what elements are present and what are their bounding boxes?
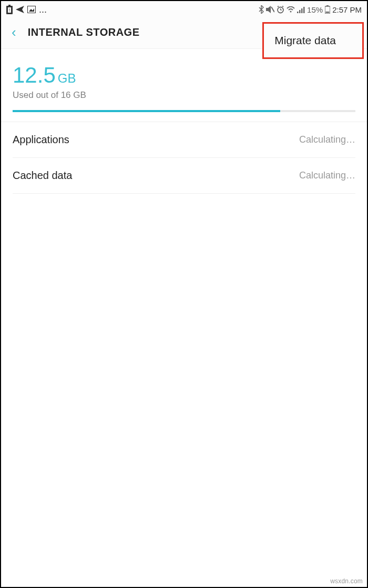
menu-item-migrate-data[interactable]: Migrate data — [262, 22, 364, 59]
svg-point-14 — [290, 11, 292, 12]
svg-rect-20 — [326, 5, 329, 6]
svg-rect-15 — [297, 12, 299, 13]
svg-rect-17 — [301, 8, 303, 13]
row-value: Calculating… — [299, 134, 355, 145]
svg-rect-18 — [303, 7, 305, 13]
svg-line-12 — [278, 6, 279, 7]
svg-marker-7 — [266, 6, 271, 13]
wifi-icon — [287, 6, 295, 13]
back-icon[interactable]: ‹ — [12, 25, 16, 39]
storage-used-value: 12.5 — [13, 63, 56, 88]
alarm-icon — [277, 6, 284, 14]
storage-progress-track — [13, 110, 355, 112]
clock-text: 2:57 PM — [332, 5, 362, 14]
svg-line-13 — [282, 6, 283, 7]
svg-line-8 — [271, 7, 274, 12]
battery-charge-icon: ! — [6, 5, 13, 14]
battery-percent-text: 15% — [307, 5, 323, 14]
signal-icon — [297, 6, 305, 13]
svg-rect-1 — [8, 5, 11, 6]
send-icon — [16, 6, 24, 13]
storage-used-unit: GB — [58, 71, 76, 87]
mute-icon — [266, 6, 274, 13]
page-title: INTERNAL STORAGE — [28, 26, 140, 38]
row-label: Applications — [13, 134, 69, 146]
watermark: wsxdn.com — [330, 577, 363, 585]
row-label: Cached data — [13, 170, 72, 182]
svg-marker-4 — [16, 6, 24, 13]
storage-used: 12.5 GB — [13, 63, 355, 88]
storage-list: Applications Calculating… Cached data Ca… — [1, 122, 367, 194]
status-bar: ! ... 15% 2:57 PM — [1, 1, 367, 17]
row-applications[interactable]: Applications Calculating… — [13, 122, 355, 158]
row-cached-data[interactable]: Cached data Calculating… — [13, 158, 355, 194]
storage-progress-fill — [13, 110, 280, 112]
battery-icon — [325, 5, 330, 14]
svg-marker-6 — [29, 8, 34, 12]
bluetooth-icon — [259, 5, 264, 14]
svg-text:!: ! — [9, 7, 11, 13]
row-value: Calculating… — [299, 170, 355, 181]
status-more: ... — [39, 4, 47, 15]
storage-subtext: Used out of 16 GB — [13, 90, 355, 101]
svg-rect-16 — [299, 10, 301, 13]
svg-rect-21 — [326, 12, 330, 13]
picture-icon — [27, 6, 36, 13]
